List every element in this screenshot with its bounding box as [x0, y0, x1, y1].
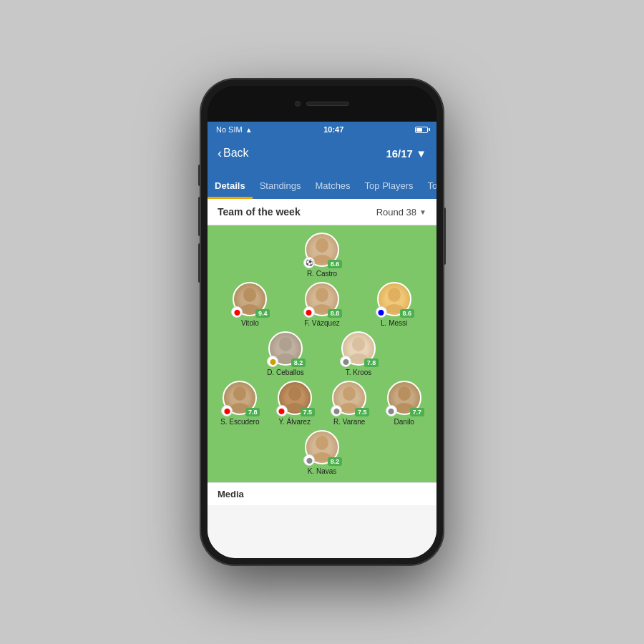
- player-name-ceballos: D. Ceballos: [267, 369, 304, 376]
- svg-point-6: [388, 288, 401, 302]
- player-name-escudero: S. Escudero: [220, 418, 259, 426]
- player-rating-vazquez: 8.8: [328, 309, 342, 318]
- battery-fill: [416, 128, 422, 132]
- player-avatar-wrap: ⬤ 7.8: [223, 381, 257, 415]
- tab-matches[interactable]: Matches: [308, 180, 357, 199]
- phone-shell: No SIM ▲ 10:47 ‹ Back 16/17 ▼: [200, 79, 444, 565]
- club-badge-ceballos: ⬤: [267, 356, 278, 367]
- round-dropdown-icon: ▼: [419, 208, 426, 216]
- player-avatar-wrap: ⬤ 7.7: [387, 381, 421, 415]
- section-title: Team of the week: [218, 206, 301, 218]
- midfield-top-row: ⬤ 9.4 Vitolo: [211, 282, 433, 327]
- player-d-ceballos[interactable]: ⬤ 8.2 D. Ceballos: [260, 331, 311, 376]
- club-badge-navas: ⬤: [303, 454, 315, 466]
- status-left: No SIM ▲: [216, 125, 253, 134]
- player-rating-varane: 7.5: [355, 408, 369, 416]
- tab-standings[interactable]: Standings: [253, 180, 308, 199]
- status-right: [415, 127, 428, 133]
- back-chevron-icon: ‹: [218, 146, 222, 161]
- svg-point-18: [398, 386, 411, 401]
- media-label: Media: [218, 489, 244, 499]
- volume-down-button[interactable]: [198, 243, 200, 283]
- player-avatar-wrap: ⬤ 8.6: [377, 282, 411, 316]
- player-rating-escudero: 7.8: [245, 408, 260, 416]
- player-rating-vitolo: 9.4: [255, 309, 270, 318]
- club-badge-messi: ⬤: [376, 306, 387, 318]
- svg-point-20: [316, 436, 328, 450]
- tab-details[interactable]: Details: [208, 180, 253, 199]
- svg-point-14: [288, 386, 301, 401]
- player-rating-alvarez: 7.5: [301, 408, 315, 416]
- player-avatar-wrap: ⬤ 7.5: [332, 381, 366, 415]
- player-danilo[interactable]: ⬤ 7.7 Danilo: [382, 381, 426, 426]
- player-s-escudero[interactable]: ⬤ 7.8 S. Escudero: [218, 381, 262, 426]
- svg-point-16: [343, 386, 356, 401]
- club-badge-escudero: ⬤: [221, 405, 233, 416]
- season-dropdown-icon: ▼: [416, 147, 426, 160]
- player-f-vazquez[interactable]: ⬤ 8.8 F. Vázquez: [296, 282, 348, 327]
- round-selector[interactable]: Round 38 ▼: [376, 207, 426, 218]
- screen-content: No SIM ▲ 10:47 ‹ Back 16/17 ▼: [208, 122, 436, 558]
- player-avatar-wrap: ⬤ 7.5: [278, 381, 312, 415]
- mute-button[interactable]: [198, 165, 200, 186]
- svg-point-0: [316, 238, 328, 253]
- player-y-alvarez[interactable]: ⬤ 7.5 Y. Álvarez: [273, 381, 317, 426]
- player-k-navas[interactable]: ⬤ 8.2 K. Navas: [296, 430, 348, 475]
- tab-top-players[interactable]: Top Players: [358, 180, 421, 199]
- goalkeeper-row: ⬤ 8.2 K. Navas: [211, 430, 433, 475]
- speaker-grille: [306, 102, 349, 106]
- tab-bar: Details Standings Matches Top Players To…: [208, 169, 436, 199]
- defenders-row: ⬤ 7.8 S. Escudero: [211, 381, 433, 426]
- player-name-navas: K. Navas: [308, 467, 337, 475]
- svg-point-8: [279, 337, 292, 351]
- player-name-castro: R. Castro: [307, 270, 337, 278]
- media-bar: Media: [208, 482, 436, 505]
- club-badge-danilo: ⬤: [386, 405, 397, 416]
- volume-up-button[interactable]: [198, 197, 200, 236]
- player-avatar-wrap: ⚽ 8.6: [305, 233, 339, 267]
- power-button[interactable]: [444, 208, 446, 265]
- club-badge-kroos: ⬤: [340, 356, 351, 367]
- club-badge-castro: ⚽: [303, 257, 315, 268]
- svg-point-4: [316, 288, 328, 302]
- football-field: ⚽ 8.6 R. Castro: [208, 225, 436, 482]
- top-bezel: [208, 86, 436, 122]
- player-l-messi[interactable]: ⬤ 8.6 L. Messi: [369, 282, 420, 327]
- round-label: Round 38: [376, 207, 416, 218]
- clock: 10:47: [323, 125, 343, 134]
- player-t-kroos[interactable]: ⬤ 7.8 T. Kroos: [333, 331, 384, 376]
- player-rating-ceballos: 8.2: [291, 358, 306, 367]
- wifi-icon: ▲: [245, 126, 253, 134]
- player-avatar-wrap: ⬤ 8.2: [268, 331, 303, 366]
- phone-screen: No SIM ▲ 10:47 ‹ Back 16/17 ▼: [208, 86, 436, 558]
- player-name-vitolo: Vitolo: [241, 319, 259, 327]
- tab-top-t[interactable]: Top T: [421, 180, 436, 199]
- svg-point-2: [243, 288, 256, 302]
- player-avatar-wrap: ⬤ 9.4: [233, 282, 267, 316]
- player-rating-danilo: 7.7: [410, 408, 424, 416]
- player-name-danilo: Danilo: [394, 418, 414, 426]
- status-bar: No SIM ▲ 10:47: [208, 122, 436, 137]
- back-label: Back: [223, 147, 249, 160]
- season-selector[interactable]: 16/17 ▼: [386, 147, 426, 160]
- player-name-kroos: T. Kroos: [346, 369, 372, 376]
- player-rating-navas: 8.2: [328, 457, 342, 466]
- club-badge-varane: ⬤: [331, 405, 342, 416]
- carrier-label: No SIM: [216, 125, 243, 134]
- player-avatar-wrap: ⬤ 7.8: [341, 331, 376, 366]
- season-label: 16/17: [386, 147, 413, 160]
- player-vitolo[interactable]: ⬤ 9.4 Vitolo: [224, 282, 275, 327]
- club-badge-alvarez: ⬤: [276, 405, 288, 416]
- player-r-varane[interactable]: ⬤ 7.5 R. Varane: [327, 381, 371, 426]
- section-header: Team of the week Round 38 ▼: [208, 199, 436, 225]
- player-r-castro[interactable]: ⚽ 8.6 R. Castro: [296, 233, 348, 278]
- back-button[interactable]: ‹ Back: [218, 146, 249, 161]
- player-name-vazquez: F. Vázquez: [304, 319, 339, 327]
- svg-point-12: [233, 386, 246, 401]
- forward-row: ⚽ 8.6 R. Castro: [211, 233, 433, 278]
- player-rating-castro: 8.6: [328, 260, 342, 268]
- player-name-messi: L. Messi: [381, 319, 407, 327]
- front-camera: [295, 101, 301, 107]
- svg-point-10: [352, 337, 365, 351]
- player-rating-kroos: 7.8: [364, 358, 379, 367]
